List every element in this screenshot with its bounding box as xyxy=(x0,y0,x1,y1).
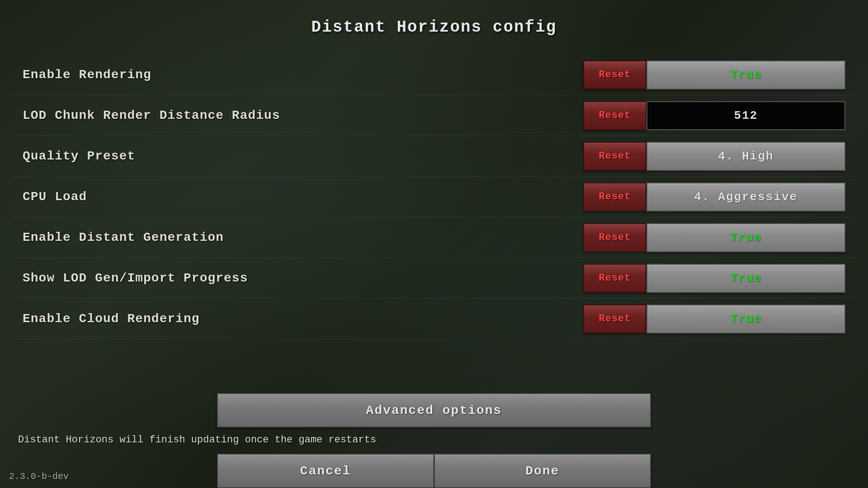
done-button[interactable]: Done xyxy=(434,454,651,488)
status-text: Distant Horizons will finish updating on… xyxy=(14,434,854,446)
cancel-button[interactable]: Cancel xyxy=(217,454,434,488)
label-enable-cloud: Enable Cloud Rendering xyxy=(23,312,583,326)
value-cpu-load[interactable]: 4. Aggressive xyxy=(646,183,845,211)
reset-cpu-load[interactable]: Reset xyxy=(583,183,646,211)
setting-row-show-lod-gen: Show LOD Gen/Import Progress Reset True xyxy=(14,258,854,299)
setting-row-enable-rendering: Enable Rendering Reset True xyxy=(14,55,854,95)
value-enable-distant-gen[interactable]: True xyxy=(646,223,845,252)
advanced-options-button[interactable]: Advanced options xyxy=(217,393,651,427)
bottom-area: Advanced options Distant Horizons will f… xyxy=(0,386,868,488)
page-title: Distant Horizons config xyxy=(311,18,557,37)
controls-show-lod-gen: Reset True xyxy=(583,264,845,293)
controls-quality-preset: Reset 4. High xyxy=(583,142,845,171)
reset-enable-rendering[interactable]: Reset xyxy=(583,61,646,89)
reset-show-lod-gen[interactable]: Reset xyxy=(583,264,646,293)
action-buttons: Cancel Done xyxy=(217,454,651,488)
value-enable-rendering[interactable]: True xyxy=(646,61,845,89)
reset-enable-distant-gen[interactable]: Reset xyxy=(583,223,646,252)
label-cpu-load: CPU Load xyxy=(23,190,583,204)
setting-row-cpu-load: CPU Load Reset 4. Aggressive xyxy=(14,177,854,217)
reset-lod-chunk[interactable]: Reset xyxy=(583,101,646,130)
controls-enable-cloud: Reset True xyxy=(583,305,845,333)
reset-quality-preset[interactable]: Reset xyxy=(583,142,646,171)
controls-cpu-load: Reset 4. Aggressive xyxy=(583,183,845,211)
label-enable-rendering: Enable Rendering xyxy=(23,68,583,82)
controls-enable-rendering: Reset True xyxy=(583,61,845,89)
label-quality-preset: Quality Preset xyxy=(23,149,583,163)
value-enable-cloud[interactable]: True xyxy=(646,305,845,333)
label-enable-distant-gen: Enable Distant Generation xyxy=(23,230,583,244)
value-show-lod-gen[interactable]: True xyxy=(646,264,845,293)
reset-enable-cloud[interactable]: Reset xyxy=(583,305,646,333)
settings-list: Enable Rendering Reset True LOD Chunk Re… xyxy=(0,50,868,386)
setting-row-lod-chunk: LOD Chunk Render Distance Radius Reset 5… xyxy=(14,95,854,136)
label-lod-chunk: LOD Chunk Render Distance Radius xyxy=(23,108,583,122)
label-show-lod-gen: Show LOD Gen/Import Progress xyxy=(23,271,583,285)
setting-row-quality-preset: Quality Preset Reset 4. High xyxy=(14,136,854,177)
setting-row-enable-cloud: Enable Cloud Rendering Reset True xyxy=(14,299,854,339)
value-quality-preset[interactable]: 4. High xyxy=(646,142,845,171)
value-lod-chunk[interactable]: 512 xyxy=(646,101,845,130)
controls-lod-chunk: Reset 512 xyxy=(583,101,845,130)
controls-enable-distant-gen: Reset True xyxy=(583,223,845,252)
setting-row-enable-distant-gen: Enable Distant Generation Reset True xyxy=(14,217,854,258)
